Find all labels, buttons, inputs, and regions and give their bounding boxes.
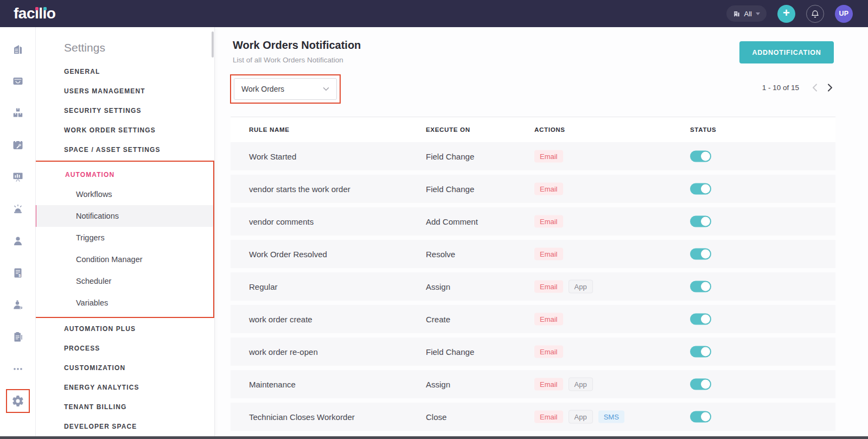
- page-subtitle: List of all Work Orders Notification: [233, 56, 343, 64]
- annotation-box-automation: AUTOMATION WorkflowsNotificationsTrigger…: [33, 161, 214, 318]
- rail-item-workforce[interactable]: [0, 289, 36, 321]
- buildings-icon: [11, 42, 24, 55]
- toggle-knob: [701, 282, 710, 291]
- app-action-badge: App: [569, 378, 593, 391]
- status-toggle[interactable]: [690, 379, 711, 390]
- rule-name-cell[interactable]: vendor starts the work order: [249, 184, 350, 194]
- rail-item-alarm[interactable]: [0, 193, 36, 225]
- toggle-knob: [701, 347, 710, 357]
- status-cell: [690, 151, 711, 162]
- notifications-button[interactable]: [806, 5, 824, 23]
- sidebar-scrollbar[interactable]: [212, 31, 214, 58]
- column-header-rule-name: RULE NAME: [249, 126, 290, 133]
- inventory-boxes-icon: [11, 106, 24, 119]
- org-selector[interactable]: All: [726, 5, 767, 22]
- rule-name-cell[interactable]: Maintenance: [249, 380, 296, 389]
- sidebar-item-notifications[interactable]: Notifications: [34, 205, 213, 227]
- rail-item-people[interactable]: [0, 225, 36, 257]
- execute-on-cell: Resolve: [426, 250, 455, 259]
- building-icon: [733, 10, 741, 17]
- sidebar-section-automation[interactable]: AUTOMATION: [34, 166, 213, 183]
- rail-item-settings[interactable]: [0, 385, 36, 417]
- svg-text:$: $: [18, 273, 21, 277]
- chevron-down-icon: [323, 87, 329, 91]
- sidebar-top-sections: GENERALUSERS MANAGEMENTSECURITY SETTINGS…: [36, 62, 214, 160]
- execute-on-cell: Field Change: [426, 347, 474, 357]
- pagination-next-button[interactable]: [826, 82, 834, 93]
- execute-on-cell: Assign: [426, 282, 450, 291]
- rule-name-cell[interactable]: vendor comments: [249, 217, 314, 226]
- toggle-knob: [701, 152, 710, 161]
- add-button[interactable]: +: [777, 5, 795, 23]
- table-row: work order re-openField ChangeEmail: [231, 338, 835, 366]
- execute-on-cell: Add Comment: [426, 217, 478, 226]
- rule-name-cell[interactable]: Technician Closes Workorder: [249, 412, 355, 422]
- status-toggle[interactable]: [690, 411, 711, 423]
- sidebar-item-energy-analytics[interactable]: ENERGY ANALYTICS: [36, 378, 214, 397]
- rail-item-maintenance[interactable]: [0, 129, 36, 161]
- sidebar-item-automation-plus[interactable]: AUTOMATION PLUS: [36, 319, 214, 339]
- rail-item-inbox[interactable]: [0, 65, 36, 97]
- toggle-knob: [701, 315, 710, 324]
- table-row: vendor starts the work orderField Change…: [231, 175, 835, 203]
- sidebar-item-security-settings[interactable]: SECURITY SETTINGS: [36, 101, 214, 120]
- sidebar-bottom-sections: AUTOMATION PLUSPROCESSCUSTOMIZATIONENERG…: [36, 319, 214, 436]
- sidebar-item-triggers[interactable]: Triggers: [34, 227, 213, 249]
- status-toggle[interactable]: [690, 183, 711, 195]
- content-shell: $ Settings GENERALUSERS MANAGEMENTSECURI…: [0, 27, 868, 439]
- avatar-initials: UP: [839, 10, 849, 17]
- sidebar-item-developer-space[interactable]: DEVELOPER SPACE: [36, 417, 214, 436]
- rail-item-invoice[interactable]: $: [0, 257, 36, 289]
- topbar-actions: All + UP: [726, 5, 853, 23]
- actions-cell: Email: [534, 346, 569, 358]
- toggle-knob: [701, 412, 710, 422]
- rail-item-inspection[interactable]: [0, 321, 36, 353]
- status-toggle[interactable]: [690, 281, 711, 292]
- user-avatar[interactable]: UP: [835, 5, 853, 23]
- rule-name-cell[interactable]: Regular: [249, 282, 278, 291]
- sidebar-item-work-order-settings[interactable]: WORK ORDER SETTINGS: [36, 120, 214, 140]
- execute-on-cell: Create: [426, 315, 450, 324]
- status-toggle[interactable]: [690, 216, 711, 227]
- status-cell: [690, 216, 711, 227]
- sidebar-item-process[interactable]: PROCESS: [36, 339, 214, 358]
- table-row: MaintenanceAssignEmailApp: [231, 370, 835, 398]
- gear-icon: [11, 395, 24, 408]
- execute-on-cell: Assign: [426, 380, 450, 389]
- actions-cell: EmailApp: [534, 378, 598, 391]
- status-toggle[interactable]: [690, 346, 711, 358]
- sidebar-item-customization[interactable]: CUSTOMIZATION: [36, 358, 214, 378]
- rule-name-cell[interactable]: Work Order Resolved: [249, 250, 327, 259]
- inbox-icon: [11, 74, 24, 87]
- rule-name-cell[interactable]: work order re-open: [249, 347, 318, 357]
- sidebar-item-space-asset-settings[interactable]: SPACE / ASSET SETTINGS: [36, 140, 214, 160]
- table-row: vendor commentsAdd CommentEmail: [231, 207, 835, 236]
- table-row: work order createCreateEmail: [231, 305, 835, 333]
- execute-on-cell: Close: [426, 412, 446, 422]
- status-toggle[interactable]: [690, 314, 711, 325]
- rail-item-inventory[interactable]: [0, 97, 36, 129]
- email-action-badge: Email: [534, 215, 563, 228]
- status-cell: [690, 183, 711, 195]
- rule-name-cell[interactable]: Work Started: [249, 152, 296, 161]
- sms-action-badge: SMS: [598, 411, 624, 423]
- rail-item-buildings[interactable]: [0, 33, 36, 65]
- status-toggle[interactable]: [690, 249, 711, 260]
- window-bottom-edge: [0, 436, 868, 439]
- sidebar-item-condition-manager[interactable]: Condition Manager: [34, 249, 213, 270]
- rule-name-cell[interactable]: work order create: [249, 315, 312, 324]
- sidebar-item-workflows[interactable]: Workflows: [34, 183, 213, 205]
- add-notification-button[interactable]: ADDNOTIFICATION: [739, 41, 834, 63]
- sidebar-item-users-management[interactable]: USERS MANAGEMENT: [36, 81, 214, 101]
- sidebar-item-tenant-billing[interactable]: TENANT BILLING: [36, 397, 214, 417]
- sidebar-item-variables[interactable]: Variables: [34, 292, 213, 314]
- org-selector-label: All: [744, 10, 752, 18]
- rail-item-dashboard[interactable]: [0, 161, 36, 193]
- rail-item-more[interactable]: [0, 353, 36, 385]
- module-dropdown[interactable]: Work Orders: [234, 78, 337, 100]
- pagination-prev-button[interactable]: [811, 82, 819, 93]
- status-toggle[interactable]: [690, 151, 711, 162]
- sidebar-item-general[interactable]: GENERAL: [36, 62, 214, 81]
- sidebar-item-scheduler[interactable]: Scheduler: [34, 270, 213, 292]
- table-header: RULE NAMEEXECUTE ONACTIONSSTATUS: [231, 117, 835, 142]
